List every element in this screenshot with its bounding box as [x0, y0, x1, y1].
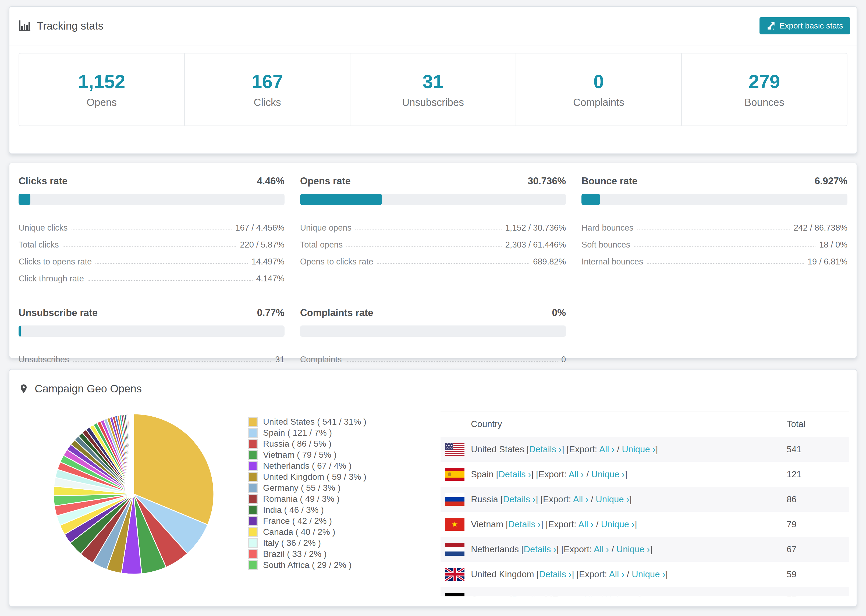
- rate-detail-row: Unique opens1,152 / 30.736%: [300, 216, 566, 233]
- details-link[interactable]: Details ›: [499, 469, 531, 479]
- legend-swatch: [248, 549, 258, 559]
- details-link[interactable]: Details ›: [508, 519, 541, 529]
- legend-item-netherlands: Netherlands ( 67 / 4% ): [248, 460, 366, 471]
- stat-cell-clicks: 167Clicks: [185, 53, 350, 126]
- details-link[interactable]: Details ›: [503, 494, 535, 504]
- rate-title: Opens rate: [300, 176, 351, 187]
- export-all-link[interactable]: All ›: [609, 569, 625, 579]
- flag-us-icon: [445, 443, 464, 456]
- export-all-link[interactable]: All ›: [582, 594, 598, 597]
- rate-progress-fill: [300, 194, 382, 205]
- rate-detail-row: Click through rate4.147%: [19, 267, 285, 284]
- geo-title: Campaign Geo Opens: [35, 383, 142, 395]
- rate-detail-row: Total clicks220 / 5.87%: [19, 233, 285, 250]
- stat-label-opens: Opens: [87, 97, 117, 108]
- flag-es-icon: [445, 468, 464, 481]
- rate-progress-fill: [581, 194, 600, 205]
- page-title: Tracking stats: [37, 20, 103, 32]
- export-unique-link[interactable]: Unique ›: [591, 469, 625, 479]
- rate-detail-row: Hard bounces242 / 86.738%: [581, 216, 847, 233]
- legend-swatch: [248, 538, 258, 548]
- geo-body: United States ( 541 / 31% )Spain ( 121 /…: [9, 408, 857, 607]
- export-unique-link[interactable]: Unique ›: [596, 494, 629, 504]
- rate-progress-track: [19, 325, 285, 337]
- export-unique-link[interactable]: Unique ›: [601, 519, 635, 529]
- rate-progress-track: [19, 194, 285, 205]
- details-link[interactable]: Details ›: [529, 444, 562, 454]
- rate-detail-row: Complaints0: [300, 347, 566, 365]
- tracking-stats-card: Tracking stats Export basic stats 1,152O…: [9, 6, 857, 154]
- total-cell: 55: [787, 594, 849, 597]
- rate-progress-fill: [19, 194, 30, 205]
- country-cell: Germany [Details ›] [Export: All › / Uni…: [471, 594, 787, 597]
- country-cell: United States [Details ›] [Export: All ›…: [471, 444, 787, 454]
- rate-progress-track: [300, 194, 566, 205]
- legend-label: Romania ( 49 / 3% ): [263, 494, 340, 504]
- geo-table-header: Country Total: [441, 411, 849, 437]
- rate-value: 6.927%: [815, 176, 847, 187]
- flag-cell: [441, 568, 471, 581]
- detail-label: Internal bounces: [581, 257, 643, 267]
- detail-value: 220 / 5.87%: [240, 240, 284, 250]
- dotted-leader: [637, 229, 790, 230]
- details-link[interactable]: Details ›: [524, 544, 556, 554]
- flag-cell: [441, 518, 471, 531]
- rate-panel-clicks-rate: Clicks rate4.46%Unique clicks167 / 4.456…: [19, 176, 285, 284]
- rate-value: 0%: [552, 307, 566, 319]
- legend-label: Russia ( 86 / 5% ): [263, 439, 331, 449]
- rate-panel-head: Clicks rate4.46%: [19, 176, 285, 187]
- rate-title: Unsubscribe rate: [19, 307, 98, 319]
- rate-detail-row: Total opens2,303 / 61.446%: [300, 233, 566, 250]
- detail-value: 167 / 4.456%: [235, 223, 285, 233]
- rate-panel-head: Unsubscribe rate0.77%: [19, 307, 285, 319]
- table-row-united-kingdom: United Kingdom [Details ›] [Export: All …: [441, 562, 849, 587]
- tracking-stats-title: Tracking stats: [19, 20, 103, 32]
- detail-value: 18 / 0%: [819, 240, 847, 250]
- export-all-link[interactable]: All ›: [599, 444, 614, 454]
- empty-grid-cell: [581, 307, 847, 365]
- legend-item-germany: Germany ( 55 / 3% ): [248, 482, 366, 493]
- flag-ru-icon: [445, 493, 464, 506]
- detail-value: 242 / 86.738%: [794, 223, 847, 233]
- dotted-leader: [377, 263, 529, 264]
- dotted-leader: [72, 229, 231, 230]
- geo-header: Campaign Geo Opens: [9, 369, 857, 408]
- details-link[interactable]: Details ›: [539, 569, 572, 579]
- export-unique-link[interactable]: Unique ›: [632, 569, 665, 579]
- flag-gb-icon: [445, 568, 464, 581]
- export-icon: [767, 21, 776, 30]
- bar-chart-icon: [19, 20, 31, 32]
- rate-title: Bounce rate: [581, 176, 638, 187]
- export-unique-link[interactable]: Unique ›: [616, 544, 650, 554]
- rate-panel-bounce-rate: Bounce rate6.927%Hard bounces242 / 86.73…: [581, 176, 847, 284]
- flag-cell: [441, 493, 471, 506]
- rate-progress-fill: [19, 325, 21, 337]
- flag-cell: [441, 593, 471, 597]
- export-all-link[interactable]: All ›: [568, 469, 584, 479]
- export-all-link[interactable]: All ›: [594, 544, 609, 554]
- rate-panel-unsubscribe-rate: Unsubscribe rate0.77%Unsubscribes31: [19, 307, 285, 365]
- export-unique-link[interactable]: Unique ›: [622, 444, 655, 454]
- export-all-link[interactable]: All ›: [578, 519, 594, 529]
- details-link[interactable]: Details ›: [512, 594, 545, 597]
- legend-swatch: [248, 527, 258, 537]
- stat-value-opens: 1,152: [78, 71, 125, 93]
- detail-value: 1,152 / 30.736%: [505, 223, 566, 233]
- rate-panel-opens-rate: Opens rate30.736%Unique opens1,152 / 30.…: [300, 176, 566, 284]
- export-basic-stats-button[interactable]: Export basic stats: [759, 17, 850, 35]
- detail-value: 689.82%: [533, 257, 566, 267]
- stat-cell-bounces: 279Bounces: [682, 53, 847, 126]
- table-row-vietnam: Vietnam [Details ›] [Export: All › / Uni…: [441, 512, 849, 537]
- detail-value: 14.497%: [252, 257, 284, 267]
- rate-progress-track: [581, 194, 847, 205]
- flag-nl-icon: [445, 543, 464, 556]
- rates-grid-top: Clicks rate4.46%Unique clicks167 / 4.456…: [19, 176, 847, 284]
- export-all-link[interactable]: All ›: [573, 494, 589, 504]
- rate-panel-complaints-rate: Complaints rate0%Complaints0: [300, 307, 566, 365]
- rate-value: 0.77%: [257, 307, 285, 319]
- export-unique-link[interactable]: Unique ›: [605, 594, 639, 597]
- rates-grid-bottom: Unsubscribe rate0.77%Unsubscribes31Compl…: [19, 307, 847, 365]
- legend-item-united-kingdom: United Kingdom ( 59 / 3% ): [248, 471, 366, 482]
- stats-summary-box: 1,152Opens167Clicks31Unsubscribes0Compla…: [19, 53, 847, 126]
- table-row-germany: Germany [Details ›] [Export: All › / Uni…: [441, 587, 849, 596]
